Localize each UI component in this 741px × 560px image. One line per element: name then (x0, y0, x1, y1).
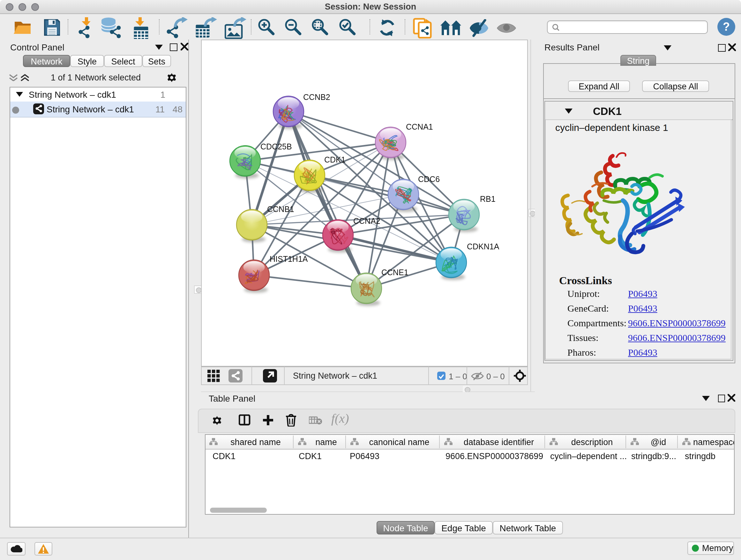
svg-text:CCNB1: CCNB1 (267, 205, 294, 213)
svg-text:?: ? (723, 20, 730, 33)
svg-text:CDC25B: CDC25B (260, 142, 292, 151)
svg-text:CCNB2: CCNB2 (303, 92, 330, 102)
svg-text:CDKN1A: CDKN1A (467, 242, 499, 251)
svg-text:CDK1: CDK1 (324, 155, 346, 164)
svg-text:CCNA2: CCNA2 (353, 216, 381, 226)
svg-text:HIST1H1A: HIST1H1A (270, 254, 308, 263)
svg-text:CDC6: CDC6 (418, 175, 440, 184)
svg-text:CCNE1: CCNE1 (381, 268, 408, 277)
svg-text:RB1: RB1 (480, 194, 495, 203)
svg-text:CCNA1: CCNA1 (406, 122, 433, 131)
